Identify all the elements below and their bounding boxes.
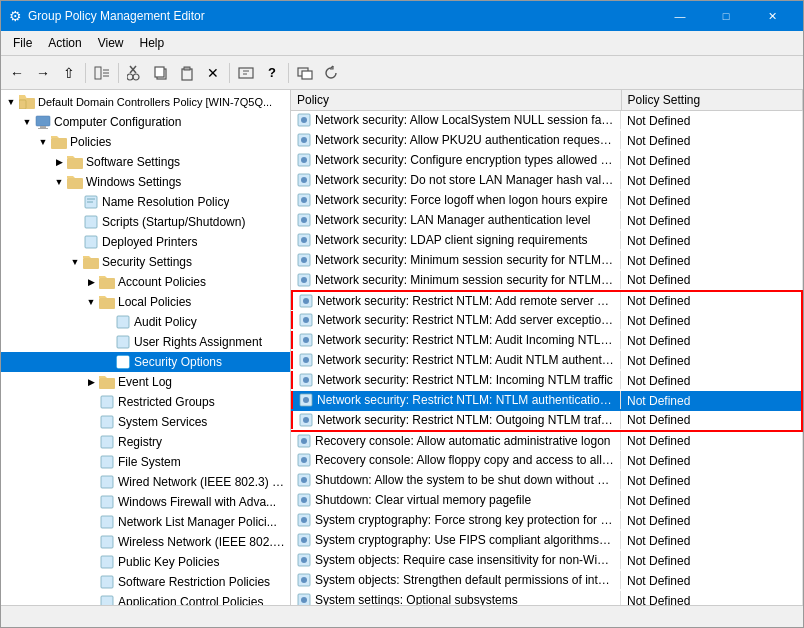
window-title: Group Policy Management Editor — [28, 9, 205, 23]
tree-software-restriction[interactable]: ▶ Software Restriction Policies — [1, 572, 290, 592]
minimize-button[interactable]: — — [657, 1, 703, 31]
title-bar: ⚙ Group Policy Management Editor — □ ✕ — [1, 1, 803, 31]
table-row[interactable]: System cryptography: Use FIPS compliant … — [291, 531, 802, 551]
tree-scripts[interactable]: ▶ Scripts (Startup/Shutdown) — [1, 212, 290, 232]
tree-policies[interactable]: ▼ Policies — [1, 132, 290, 152]
table-row[interactable]: Network security: Allow LocalSystem NULL… — [291, 111, 802, 131]
svg-rect-22 — [38, 128, 48, 129]
table-row[interactable]: Network security: Restrict NTLM: Add rem… — [291, 291, 802, 311]
tree-account-policies[interactable]: ▶ Account Policies — [1, 272, 290, 292]
table-row[interactable]: Network security: Restrict NTLM: Incomin… — [291, 371, 802, 391]
delete-button[interactable]: ✕ — [201, 61, 225, 85]
forward-button[interactable]: → — [31, 61, 55, 85]
cut-button[interactable] — [123, 61, 147, 85]
root-label: Default Domain Controllers Policy [WIN-7… — [38, 96, 272, 108]
tree-file-system[interactable]: ▶ File System — [1, 452, 290, 472]
computer-expand[interactable]: ▼ — [19, 114, 35, 130]
svg-rect-54 — [101, 576, 113, 588]
file-system-icon — [99, 454, 115, 470]
policy-name-cell: Recovery console: Allow floppy copy and … — [291, 451, 621, 469]
windows-expand[interactable]: ▼ — [51, 174, 67, 190]
table-row[interactable]: Network security: Do not store LAN Manag… — [291, 171, 802, 191]
table-row[interactable]: Network security: Restrict NTLM: NTLM au… — [291, 391, 802, 411]
tree-user-rights[interactable]: ▶ User Rights Assignment — [1, 332, 290, 352]
menu-help[interactable]: Help — [132, 33, 173, 53]
table-row[interactable]: System objects: Strengthen default permi… — [291, 571, 802, 591]
tree-audit-policy[interactable]: ▶ Audit Policy — [1, 312, 290, 332]
close-button[interactable]: ✕ — [749, 1, 795, 31]
table-row[interactable]: Network security: Minimum session securi… — [291, 271, 802, 291]
svg-rect-11 — [184, 67, 190, 70]
restricted-groups-icon — [99, 394, 115, 410]
table-row[interactable]: Network security: Allow PKU2U authentica… — [291, 131, 802, 151]
refresh-button[interactable] — [319, 61, 343, 85]
table-row[interactable]: Network security: Minimum session securi… — [291, 251, 802, 271]
tree-wired-network[interactable]: ▶ Wired Network (IEEE 802.3) P... — [1, 472, 290, 492]
paste-button[interactable] — [175, 61, 199, 85]
root-expand[interactable]: ▼ — [3, 94, 19, 110]
tree-system-services[interactable]: ▶ System Services — [1, 412, 290, 432]
menu-file[interactable]: File — [5, 33, 40, 53]
account-expand[interactable]: ▶ — [83, 274, 99, 290]
svg-point-72 — [301, 257, 307, 263]
table-row[interactable]: System objects: Require case insensitivi… — [291, 551, 802, 571]
tree-local-policies[interactable]: ▼ Local Policies — [1, 292, 290, 312]
table-row[interactable]: Recovery console: Allow automatic admini… — [291, 431, 802, 451]
tree-public-key[interactable]: ▶ Public Key Policies — [1, 552, 290, 572]
tree-restricted-groups[interactable]: ▶ Restricted Groups — [1, 392, 290, 412]
table-row[interactable]: Network security: Restrict NTLM: Add ser… — [291, 311, 802, 331]
table-row[interactable]: Network security: Restrict NTLM: Outgoin… — [291, 411, 802, 431]
tree-network-list[interactable]: ▶ Network List Manager Polici... — [1, 512, 290, 532]
properties-button[interactable] — [234, 61, 258, 85]
tree-software-settings[interactable]: ▶ Software Settings — [1, 152, 290, 172]
table-row[interactable]: System cryptography: Force strong key pr… — [291, 511, 802, 531]
app-icon: ⚙ — [9, 8, 22, 24]
show-hide-button[interactable] — [90, 61, 114, 85]
security-expand[interactable]: ▼ — [67, 254, 83, 270]
event-expand[interactable]: ▶ — [83, 374, 99, 390]
tree-event-log[interactable]: ▶ Event Log — [1, 372, 290, 392]
svg-rect-9 — [155, 67, 164, 77]
table-row[interactable]: Shutdown: Clear virtual memory pagefileN… — [291, 491, 802, 511]
tree-app-control[interactable]: ▶ Application Control Policies — [1, 592, 290, 605]
table-row[interactable]: Network security: Force logoff when logo… — [291, 191, 802, 211]
table-row[interactable]: Network security: LAN Manager authentica… — [291, 211, 802, 231]
table-row[interactable]: Recovery console: Allow floppy copy and … — [291, 451, 802, 471]
table-row[interactable]: Network security: Restrict NTLM: Audit N… — [291, 351, 802, 371]
tree-root[interactable]: ▼ Default Domain Controllers Policy [WIN… — [1, 92, 290, 112]
policies-expand[interactable]: ▼ — [35, 134, 51, 150]
tree-wireless-network[interactable]: ▶ Wireless Network (IEEE 802.1... — [1, 532, 290, 552]
table-row[interactable]: Shutdown: Allow the system to be shut do… — [291, 471, 802, 491]
menu-action[interactable]: Action — [40, 33, 89, 53]
col-header-policy[interactable]: Policy — [291, 90, 621, 111]
network-list-icon — [99, 514, 115, 530]
tree-name-resolution[interactable]: ▶ Name Resolution Policy — [1, 192, 290, 212]
tree-windows-firewall[interactable]: ▶ Windows Firewall with Adva... — [1, 492, 290, 512]
up-button[interactable]: ⇧ — [57, 61, 81, 85]
software-expand[interactable]: ▶ — [51, 154, 67, 170]
registry-label: Registry — [118, 435, 162, 449]
policy-row-label: Network security: Do not store LAN Manag… — [315, 173, 614, 187]
table-row[interactable]: System settings: Optional subsystemsNot … — [291, 591, 802, 606]
help-button[interactable]: ? — [260, 61, 284, 85]
tree-security-options[interactable]: ▶ Security Options — [1, 352, 290, 372]
back-button[interactable]: ← — [5, 61, 29, 85]
svg-rect-41 — [117, 336, 129, 348]
tree-deployed-printers[interactable]: ▶ Deployed Printers — [1, 232, 290, 252]
tree-computer-config[interactable]: ▼ Computer Configuration — [1, 112, 290, 132]
tree-windows-settings[interactable]: ▼ Windows Settings — [1, 172, 290, 192]
table-row[interactable]: Network security: LDAP client signing re… — [291, 231, 802, 251]
local-expand[interactable]: ▼ — [83, 294, 99, 310]
menu-view[interactable]: View — [90, 33, 132, 53]
tree-registry[interactable]: ▶ Registry — [1, 432, 290, 452]
new-window-button[interactable] — [293, 61, 317, 85]
policy-setting-cell: Not Defined — [621, 351, 802, 371]
tree-security-settings[interactable]: ▼ Security Settings — [1, 252, 290, 272]
policy-setting-cell: Not Defined — [621, 211, 802, 231]
policy-row-icon — [297, 153, 311, 167]
table-row[interactable]: Network security: Configure encryption t… — [291, 151, 802, 171]
col-header-setting[interactable]: Policy Setting — [621, 90, 802, 111]
copy-button[interactable] — [149, 61, 173, 85]
table-row[interactable]: Network security: Restrict NTLM: Audit I… — [291, 331, 802, 351]
maximize-button[interactable]: □ — [703, 1, 749, 31]
